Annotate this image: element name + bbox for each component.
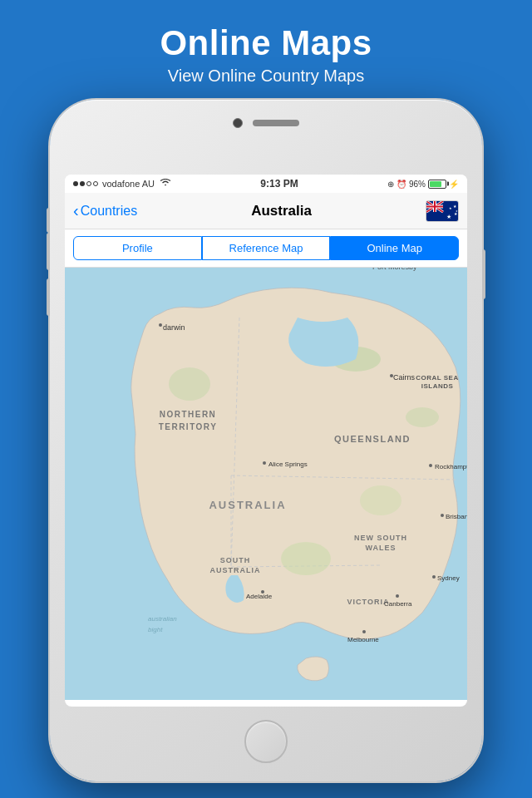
svg-text:SOUTH: SOUTH <box>220 556 251 564</box>
app-subtitle: View Online Country Maps <box>0 66 532 86</box>
svg-text:Sydney: Sydney <box>437 574 460 582</box>
phone-top-notch <box>233 118 299 128</box>
battery-percent: 96% <box>409 180 426 189</box>
svg-point-21 <box>406 407 439 427</box>
alarm-icon: ⏰ <box>397 180 406 189</box>
volume-down-button <box>47 278 50 316</box>
svg-text:CORAL SEA: CORAL SEA <box>416 374 458 382</box>
phone-shell: vodafone AU 9:13 PM ⊕ ⏰ <box>50 100 482 781</box>
svg-text:★: ★ <box>449 206 452 210</box>
orientation-icon: ⊕ <box>387 180 394 189</box>
chevron-left-icon: ‹ <box>73 202 79 219</box>
svg-text:bight: bight <box>148 626 163 633</box>
svg-point-43 <box>429 464 432 467</box>
svg-text:Alice Springs: Alice Springs <box>268 461 308 468</box>
volume-up-button <box>47 233 50 270</box>
tab-profile[interactable]: Profile <box>73 236 202 260</box>
svg-point-29 <box>390 374 393 377</box>
tab-reference-map[interactable]: Reference Map <box>202 236 331 260</box>
svg-text:★: ★ <box>446 214 451 219</box>
home-button[interactable] <box>244 720 288 763</box>
battery-icon <box>428 180 446 189</box>
charging-icon: ⚡ <box>449 180 459 189</box>
svg-text:Port Moresby: Port Moresby <box>372 268 417 271</box>
svg-point-45 <box>441 514 444 517</box>
status-right: ⊕ ⏰ 96% ⚡ <box>387 180 459 189</box>
nav-bar: ‹ Countries Australia <box>65 193 467 229</box>
svg-text:Rockhampton: Rockhampton <box>435 463 467 470</box>
svg-text:australian: australian <box>148 615 177 623</box>
svg-rect-9 <box>426 205 443 207</box>
status-bar: vodafone AU 9:13 PM ⊕ ⏰ <box>65 175 467 193</box>
svg-text:NORTHERN: NORTHERN <box>160 410 217 419</box>
phone-screen: vodafone AU 9:13 PM ⊕ ⏰ <box>65 175 467 707</box>
status-time: 9:13 PM <box>260 178 298 190</box>
svg-text:NEW SOUTH: NEW SOUTH <box>354 534 407 542</box>
svg-text:darwin: darwin <box>163 323 185 332</box>
svg-text:★: ★ <box>456 209 458 213</box>
svg-text:Cairns: Cairns <box>393 373 416 382</box>
svg-text:AUSTRALIA: AUSTRALIA <box>209 499 286 511</box>
svg-point-51 <box>432 575 436 579</box>
svg-text:AUSTRALIA: AUSTRALIA <box>210 566 261 574</box>
carrier-name: vodafone AU <box>102 179 155 189</box>
wifi-icon <box>160 179 171 189</box>
svg-text:Brisbane: Brisbane <box>446 513 467 520</box>
svg-text:Canberra: Canberra <box>384 600 412 608</box>
svg-text:VICTORIA: VICTORIA <box>347 598 390 606</box>
svg-point-24 <box>281 542 331 575</box>
segment-control: Profile Reference Map Online Map <box>65 229 467 268</box>
svg-text:WALES: WALES <box>365 544 396 552</box>
front-camera-icon <box>233 118 243 128</box>
australia-map-svg: Port Moresby darwin Cairns NORTHERN TERR… <box>65 268 467 700</box>
svg-point-49 <box>396 594 399 598</box>
page-title: Australia <box>251 203 312 219</box>
svg-point-27 <box>159 323 162 327</box>
power-button <box>482 249 485 299</box>
status-left: vodafone AU <box>73 179 171 189</box>
svg-text:ISLANDS: ISLANDS <box>421 382 454 390</box>
back-button[interactable]: ‹ Countries <box>73 204 137 219</box>
svg-text:QUEENSLAND: QUEENSLAND <box>334 434 411 444</box>
svg-text:TERRITORY: TERRITORY <box>159 422 218 431</box>
map-view[interactable]: Port Moresby darwin Cairns NORTHERN TERR… <box>65 268 467 700</box>
svg-text:Adelaide: Adelaide <box>246 593 273 600</box>
svg-point-22 <box>169 367 210 401</box>
phone-device: vodafone AU 9:13 PM ⊕ ⏰ <box>50 100 482 781</box>
back-label: Countries <box>81 204 137 219</box>
svg-point-23 <box>360 485 401 515</box>
svg-point-53 <box>362 630 366 633</box>
app-title: Online Maps <box>0 23 532 63</box>
country-flag: ★ ★ ★ ★ ★ <box>426 200 459 222</box>
speaker-bar <box>253 120 299 126</box>
svg-text:Melbourne: Melbourne <box>347 636 379 643</box>
svg-point-41 <box>263 461 266 465</box>
app-header: Online Maps View Online Country Maps <box>0 0 532 99</box>
tab-online-map[interactable]: Online Map <box>330 236 459 260</box>
mute-button <box>47 208 50 233</box>
